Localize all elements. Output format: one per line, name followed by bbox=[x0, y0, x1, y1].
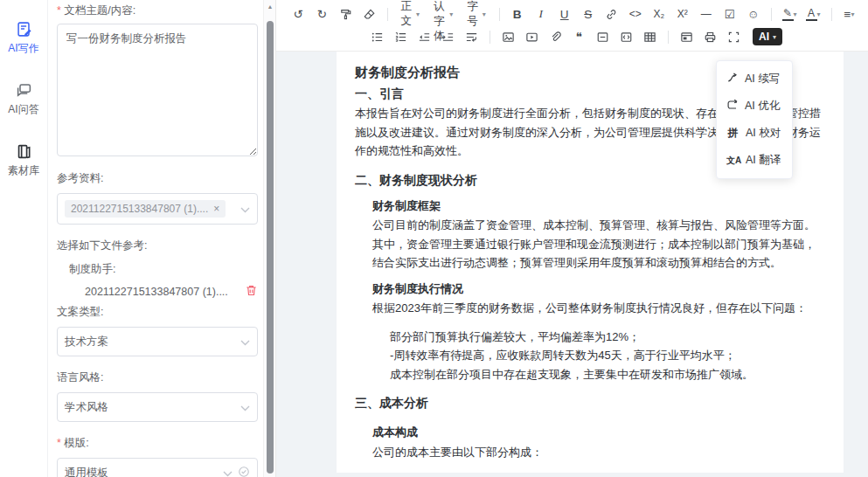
italic-icon[interactable]: I bbox=[529, 4, 552, 24]
paragraph: 根据2023年前三季度的财务数据，公司整体财务制度执行情况良好，但存在以下问题： bbox=[372, 299, 825, 318]
link-icon[interactable] bbox=[600, 4, 623, 24]
indent-icon[interactable] bbox=[436, 27, 460, 46]
attachment-icon[interactable] bbox=[544, 27, 567, 46]
font-family-select[interactable]: 默认字体 ▾ bbox=[427, 4, 460, 24]
scroll-up-arrow-icon[interactable]: ▲ bbox=[264, 3, 276, 10]
paragraph-style-select[interactable]: 正文 ▾ bbox=[393, 4, 427, 24]
horizontal-rule-icon[interactable] bbox=[591, 27, 615, 46]
insert-video-icon[interactable] bbox=[520, 27, 544, 46]
undo-icon[interactable]: ↺ bbox=[287, 4, 310, 24]
issue-list: 部分部门预算执行偏差较大，平均偏差率为12%； -周转效率有待提高，应收账款周转… bbox=[390, 328, 825, 384]
caret-down-icon: ▾ bbox=[817, 10, 821, 18]
embed-window-icon[interactable] bbox=[675, 27, 698, 46]
sidebar-item-label: AI写作 bbox=[8, 41, 38, 56]
align-button[interactable]: ≡ ▾ bbox=[837, 4, 861, 24]
insert-table-icon[interactable] bbox=[638, 27, 662, 46]
font-color-button[interactable]: A ▾ bbox=[802, 4, 825, 24]
scrollbar-thumb[interactable] bbox=[267, 21, 274, 474]
caret-down-icon: ▾ bbox=[449, 10, 453, 18]
sidebar-item-ai-writing[interactable]: AI写作 bbox=[8, 21, 38, 56]
proofread-icon: 拼 bbox=[726, 126, 740, 141]
toolbar-separator bbox=[668, 31, 669, 44]
caret-down-icon: ▾ bbox=[851, 10, 854, 18]
optimize-icon bbox=[726, 99, 739, 114]
sub-heading: 财务制度框架 bbox=[372, 197, 825, 216]
blockquote-icon[interactable]: ❝ bbox=[567, 27, 591, 46]
font-color-icon: A bbox=[808, 8, 815, 18]
underline-icon[interactable]: U bbox=[552, 4, 576, 24]
assistant-label: 制度助手: bbox=[57, 262, 258, 277]
editor: ↺ ↻ 正文 ▾ 默认字体 ▾ 字号 ▾ bbox=[275, 0, 868, 477]
caret-down-icon: ▾ bbox=[416, 10, 420, 18]
emoji-icon[interactable]: ☺ bbox=[741, 4, 765, 24]
list-item: 成本控制在部分项目中存在超支现象，主要集中在研发和市场推广领域。 bbox=[390, 365, 825, 384]
template-label: 模版: bbox=[57, 436, 258, 451]
align-icon: ≡ bbox=[844, 8, 851, 21]
ordered-list-icon[interactable] bbox=[389, 27, 413, 46]
text-wrap-icon[interactable] bbox=[460, 27, 483, 46]
bold-icon[interactable]: B bbox=[505, 4, 529, 24]
reference-tag: 2021122715133847807 (1).... × bbox=[65, 200, 226, 218]
ai-menu-button[interactable]: AI ▾ bbox=[753, 28, 782, 45]
continue-writing-icon bbox=[726, 72, 739, 86]
sub-heading: 财务制度执行情况 bbox=[372, 280, 825, 299]
ai-dropdown-menu: AI 续写 AI 优化 拼 AI 校对 文A AI 翻译 bbox=[716, 60, 793, 179]
menu-item-ai-optimize[interactable]: AI 优化 bbox=[717, 93, 792, 120]
fullscreen-icon[interactable] bbox=[722, 27, 746, 46]
language-style-label: 语言风格: bbox=[57, 370, 258, 385]
insert-image-icon[interactable] bbox=[496, 27, 520, 46]
menu-item-ai-translate[interactable]: 文A AI 翻译 bbox=[717, 147, 792, 174]
list-item: 部分部门预算执行偏差较大，平均偏差率为12%； bbox=[390, 328, 825, 347]
sidebar-item-label: AI问答 bbox=[8, 102, 38, 117]
menu-item-ai-proofread[interactable]: 拼 AI 校对 bbox=[717, 120, 792, 147]
bullet-list-icon[interactable] bbox=[365, 27, 389, 46]
chat-icon bbox=[16, 82, 32, 99]
caret-down-icon: ▾ bbox=[773, 33, 776, 41]
print-icon[interactable] bbox=[698, 27, 722, 46]
selected-file-row: 2021122715133847807 (1).... bbox=[57, 284, 258, 300]
chevron-down-icon bbox=[240, 203, 250, 216]
tag-close-icon[interactable]: × bbox=[213, 204, 219, 214]
file-name: 2021122715133847807 (1).... bbox=[85, 286, 228, 298]
outdent-icon[interactable] bbox=[413, 27, 436, 46]
highlight-color-button[interactable]: ✎ ▾ bbox=[778, 4, 802, 24]
nav-rail: AI写作 AI问答 素材库 bbox=[0, 0, 48, 477]
panel-scrollbar[interactable]: ▲ bbox=[263, 0, 275, 477]
chevron-down-icon bbox=[240, 401, 250, 414]
subscript-icon[interactable]: X₂ bbox=[647, 4, 670, 24]
generation-form: 文档主题/内容: 写一份财务制度分析报告 参考资料: 2021122715133… bbox=[48, 0, 263, 477]
font-size-select[interactable]: 字号 ▾ bbox=[460, 4, 493, 24]
clear-format-eraser-icon[interactable] bbox=[358, 4, 381, 24]
copy-type-label: 文案类型: bbox=[57, 305, 258, 320]
horizontal-divider-icon[interactable]: — bbox=[694, 4, 718, 24]
copy-type-select[interactable]: 技术方案 bbox=[57, 327, 258, 356]
inline-code-icon[interactable]: <> bbox=[623, 4, 647, 24]
trash-icon[interactable] bbox=[245, 284, 258, 300]
caret-down-icon: ▾ bbox=[794, 10, 797, 18]
circle-check-icon bbox=[238, 466, 250, 477]
caret-down-icon: ▾ bbox=[483, 10, 486, 18]
redo-icon[interactable]: ↻ bbox=[310, 4, 334, 24]
editor-toolbar: ↺ ↻ 正文 ▾ 默认字体 ▾ 字号 ▾ bbox=[276, 0, 868, 52]
reference-select[interactable]: 2021122715133847807 (1).... × bbox=[57, 193, 258, 225]
menu-item-ai-continue[interactable]: AI 续写 bbox=[717, 66, 792, 93]
paragraph: 公司目前的制度涵盖了资金管理、成本控制、预算管理、核算与报告、风险管理等方面。其… bbox=[372, 216, 825, 273]
reference-label: 参考资料: bbox=[57, 171, 258, 186]
sidebar-item-ai-qa[interactable]: AI问答 bbox=[8, 82, 38, 117]
language-style-select[interactable]: 学术风格 bbox=[57, 392, 258, 422]
chevron-down-icon bbox=[240, 335, 250, 349]
topic-textarea[interactable]: 写一份财务制度分析报告 bbox=[57, 24, 258, 156]
file-select-label: 选择如下文件参考: bbox=[57, 238, 258, 253]
cost-list: 人力成本：占总成本的35%； bbox=[390, 471, 825, 473]
document-area: 财务制度分析报告 一、引言 本报告旨在对公司的财务制度进行全面分析，包括财务制度… bbox=[276, 52, 868, 477]
sidebar-item-material-library[interactable]: 素材库 bbox=[8, 143, 39, 178]
sidebar-item-label: 素材库 bbox=[8, 163, 39, 178]
template-select[interactable]: 通用模板 bbox=[57, 458, 258, 477]
code-block-icon[interactable] bbox=[615, 27, 638, 46]
task-checkbox-icon[interactable]: ☑ bbox=[718, 4, 741, 24]
toolbar-row-2: ❝ bbox=[287, 25, 861, 48]
translate-icon: 文A bbox=[726, 155, 740, 167]
superscript-icon[interactable]: X² bbox=[670, 4, 694, 24]
format-painter-icon[interactable] bbox=[334, 4, 358, 24]
strikethrough-icon[interactable]: S bbox=[576, 4, 600, 24]
